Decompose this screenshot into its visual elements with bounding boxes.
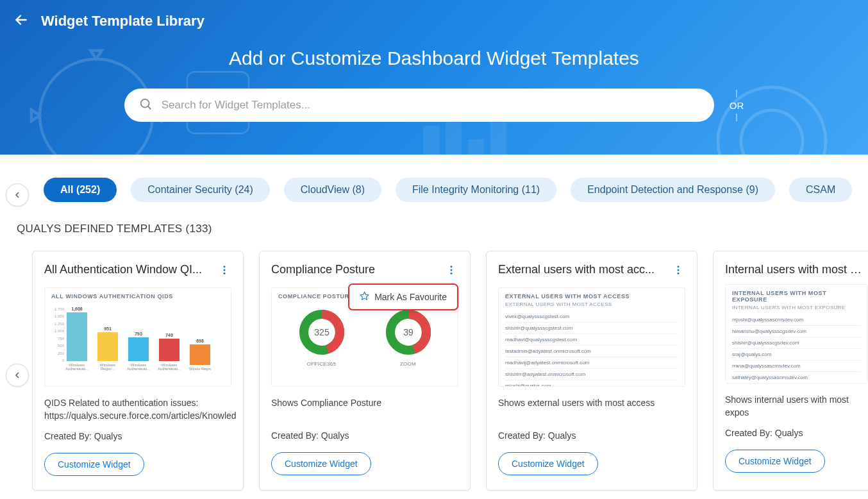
svg-point-11 bbox=[224, 273, 226, 275]
widget-card: Internal users with most exp INTERNAL US… bbox=[713, 251, 868, 491]
svg-rect-3 bbox=[446, 108, 462, 155]
bar-item: 749Windows Authenticati... bbox=[158, 333, 181, 371]
svg-rect-5 bbox=[490, 99, 506, 155]
svg-text:325: 325 bbox=[314, 327, 330, 337]
cards-prev-button[interactable] bbox=[6, 364, 29, 387]
section-title: QUALYS DEFINED TEMPLATES (133) bbox=[0, 214, 868, 235]
user-row: testadmin@adyatest.onmicrosoft.com bbox=[505, 346, 678, 357]
user-row: mjoshi@qualys.com bbox=[505, 380, 678, 387]
svg-point-23 bbox=[678, 273, 680, 275]
category-prev-button[interactable] bbox=[6, 183, 29, 207]
svg-point-12 bbox=[451, 266, 453, 267]
bar-item: 793Windows Authenticati... bbox=[127, 332, 150, 371]
category-chip[interactable]: All (252) bbox=[44, 178, 117, 202]
svg-point-7 bbox=[741, 110, 803, 155]
svg-text:39: 39 bbox=[403, 327, 413, 337]
card-title: Compliance Posture bbox=[271, 263, 375, 276]
svg-point-21 bbox=[678, 266, 680, 267]
customize-widget-button[interactable]: Customize Widget bbox=[271, 452, 371, 475]
card-title: External users with most acc... bbox=[498, 263, 655, 276]
star-icon bbox=[360, 291, 369, 303]
card-desc: QIDS Related to authentication issues: h… bbox=[44, 397, 231, 422]
svg-rect-4 bbox=[468, 139, 484, 155]
card-creator: Created By: Qualys bbox=[725, 428, 867, 438]
category-chip[interactable]: File Integrity Monitoring (11) bbox=[396, 178, 556, 202]
category-row: All (252)Container Security (24)CloudVie… bbox=[0, 155, 868, 214]
card-preview: INTERNAL USERS WITH MOST EXPOSURE INTERN… bbox=[725, 284, 867, 384]
bar-item: 951Windows Regist... bbox=[96, 326, 119, 371]
header-decor bbox=[0, 0, 868, 155]
bar-item: 698Windo Regis bbox=[188, 339, 212, 371]
category-chip[interactable]: CSAM bbox=[789, 178, 852, 202]
card-desc: Shows Compliance Posture bbox=[271, 397, 458, 421]
cards-row: All Authentication Window QI... ALL WIND… bbox=[0, 235, 868, 491]
category-chip[interactable]: Endpoint Detection and Response (9) bbox=[571, 178, 775, 202]
card-menu-icon[interactable] bbox=[671, 263, 685, 280]
card-creator: Created By: Qualys bbox=[271, 430, 458, 441]
user-row: sathaley@qualyssascmsdev.com bbox=[732, 372, 860, 384]
category-chip[interactable]: Container Security (24) bbox=[131, 178, 270, 202]
donut-item: 39ZOOM bbox=[385, 309, 432, 367]
mark-favourite-popup[interactable]: Mark As Favourite bbox=[348, 283, 458, 310]
card-menu-icon[interactable] bbox=[444, 263, 458, 280]
donut-item: 325OFFICE365 bbox=[298, 309, 346, 367]
svg-point-14 bbox=[451, 273, 453, 275]
svg-point-9 bbox=[224, 266, 226, 267]
user-row: vivek@qualyssscgstest.com bbox=[505, 311, 678, 323]
user-row: shishir@qualyssscgstest.com bbox=[505, 323, 678, 334]
preview-title: ALL WINDOWS AUTHENTICATION QIDS bbox=[51, 293, 224, 300]
customize-widget-button[interactable]: Customize Widget bbox=[498, 452, 598, 475]
card-menu-icon[interactable] bbox=[217, 263, 231, 280]
svg-rect-2 bbox=[423, 126, 439, 155]
widget-card: Compliance Posture Mark As Favourite COM… bbox=[259, 251, 471, 491]
user-row: madhavi@qualyssscgstest.com bbox=[505, 334, 678, 346]
user-row: shishirr@adyatest.onmicrosoft.com bbox=[505, 369, 678, 380]
svg-point-10 bbox=[224, 269, 226, 271]
svg-point-22 bbox=[678, 269, 680, 271]
card-preview: ALL WINDOWS AUTHENTICATION QIDS 1,7501,5… bbox=[44, 287, 231, 387]
user-row: rrana@qualyssascmsdev.com bbox=[732, 360, 860, 372]
preview-title: EXTERNAL USERS WITH MOST ACCESS bbox=[505, 293, 678, 300]
card-title: Internal users with most exp bbox=[725, 263, 867, 276]
card-title: All Authentication Window QI... bbox=[44, 263, 202, 276]
category-chip[interactable]: CloudView (8) bbox=[284, 178, 381, 202]
card-creator: Created By: Qualys bbox=[498, 430, 685, 441]
user-row: madhavij@adyatest.onmicrosoft.com bbox=[505, 357, 678, 369]
customize-widget-button[interactable]: Customize Widget bbox=[44, 453, 144, 476]
svg-point-13 bbox=[451, 269, 453, 271]
widget-card: External users with most acc... EXTERNAL… bbox=[486, 251, 697, 491]
card-desc: Shows external users with most access bbox=[498, 397, 685, 421]
card-desc: Shows internal users with most expos bbox=[725, 394, 867, 419]
svg-point-0 bbox=[40, 59, 153, 155]
user-row: shishir@qualyssscgsdev.com bbox=[732, 337, 860, 349]
bar-item: 1,608Windows Authenticati... bbox=[65, 307, 88, 371]
or-divider: OR bbox=[730, 91, 744, 120]
preview-title: INTERNAL USERS WITH MOST EXPOSURE bbox=[732, 290, 860, 303]
user-row: sraj@qualys.com bbox=[732, 349, 860, 360]
header-banner: Widget Template Library Add or Customize… bbox=[0, 0, 868, 155]
customize-widget-button[interactable]: Customize Widget bbox=[725, 450, 825, 473]
preview-sub: INTERNAL USERS WITH MOST EXPOSURE bbox=[732, 305, 860, 310]
user-row: himanshu@qualyssscgsdev.com bbox=[732, 326, 860, 337]
mark-favourite-label: Mark As Favourite bbox=[374, 292, 447, 302]
preview-sub: EXTERNAL USERS WITH MOST ACCESS bbox=[505, 301, 678, 307]
card-creator: Created By: Qualys bbox=[44, 431, 231, 441]
card-preview: EXTERNAL USERS WITH MOST ACCESS EXTERNAL… bbox=[498, 287, 685, 387]
svg-rect-1 bbox=[187, 72, 249, 133]
user-row: mjoshi@qualyssascmsdev.com bbox=[732, 314, 860, 326]
widget-card: All Authentication Window QI... ALL WIND… bbox=[32, 251, 244, 491]
